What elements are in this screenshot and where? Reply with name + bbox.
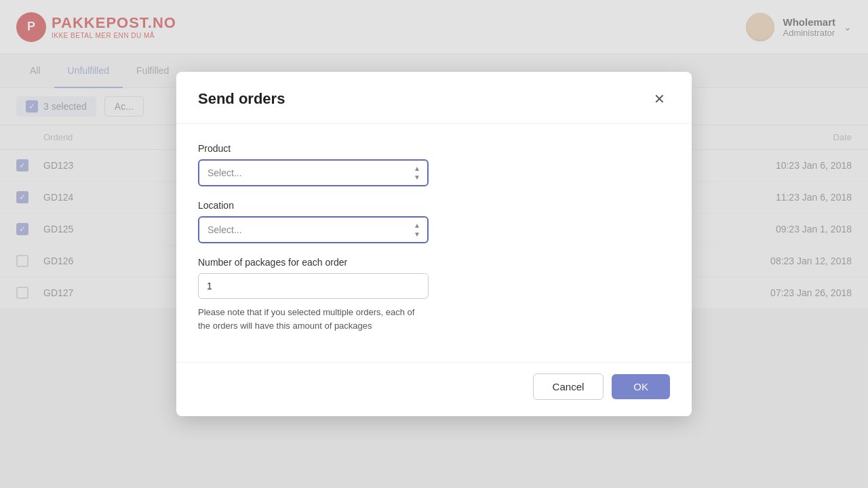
ok-button[interactable]: OK: [612, 374, 670, 399]
packages-label: Number of packages for each order: [198, 257, 670, 268]
modal-footer: Cancel OK: [176, 362, 692, 416]
product-field-group: Product Select... ▲ ▼: [198, 143, 670, 186]
modal-header: Send orders ✕: [176, 72, 692, 124]
location-select[interactable]: Select...: [198, 216, 429, 243]
location-select-wrapper: Select... ▲ ▼: [198, 216, 429, 243]
modal-body: Product Select... ▲ ▼ Location Select...: [176, 124, 692, 362]
product-select[interactable]: Select...: [198, 159, 429, 186]
product-label: Product: [198, 143, 670, 154]
product-select-wrapper: Select... ▲ ▼: [198, 159, 429, 186]
packages-input[interactable]: [198, 273, 429, 299]
close-modal-button[interactable]: ✕: [648, 88, 670, 110]
location-label: Location: [198, 200, 670, 211]
location-field-group: Location Select... ▲ ▼: [198, 200, 670, 243]
cancel-button[interactable]: Cancel: [533, 373, 604, 400]
packages-helper-text: Please note that if you selected multipl…: [198, 306, 429, 332]
modal-title: Send orders: [198, 90, 285, 108]
packages-field-group: Number of packages for each order Please…: [198, 257, 670, 332]
modal-overlay: Send orders ✕ Product Select... ▲ ▼ Loca…: [0, 0, 868, 488]
send-orders-modal: Send orders ✕ Product Select... ▲ ▼ Loca…: [176, 72, 692, 416]
